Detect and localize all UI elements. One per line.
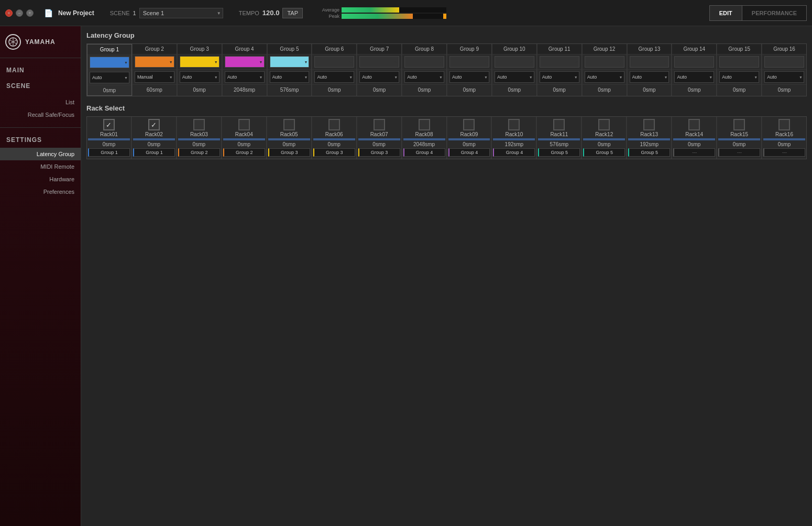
rack-group-badge-Rack10[interactable]: Group 4 bbox=[493, 148, 535, 157]
rack-group-badge-Rack13[interactable]: Group 5 bbox=[628, 148, 670, 157]
color-select-10[interactable] bbox=[495, 56, 534, 68]
edit-button[interactable]: EDIT bbox=[710, 6, 742, 20]
latency-group-col-11[interactable]: Group 11Auto0smp bbox=[537, 44, 582, 96]
maximize-button[interactable]: + bbox=[26, 9, 34, 17]
color-select-16[interactable] bbox=[764, 56, 804, 68]
latency-group-col-12[interactable]: Group 12Auto0smp bbox=[583, 44, 627, 96]
rack-group-badge-Rack02[interactable]: Group 1 bbox=[133, 148, 175, 157]
mode-select-2[interactable]: Manual bbox=[135, 71, 174, 83]
mode-select-7[interactable]: Auto bbox=[359, 71, 399, 83]
latency-group-col-1[interactable]: Group 1Auto0smp bbox=[87, 44, 132, 96]
color-select-4[interactable] bbox=[225, 56, 265, 68]
rack-group-badge-Rack04[interactable]: Group 2 bbox=[223, 148, 265, 157]
color-select-13[interactable] bbox=[630, 56, 670, 68]
rack-checkbox-Rack13[interactable] bbox=[643, 119, 655, 130]
rack-group-badge-Rack06[interactable]: Group 3 bbox=[313, 148, 355, 157]
sidebar-item-hardware[interactable]: Hardware bbox=[0, 173, 81, 185]
rack-checkbox-Rack12[interactable] bbox=[598, 119, 610, 130]
sidebar-item-main[interactable]: MAIN bbox=[0, 62, 81, 78]
color-select-1[interactable] bbox=[90, 57, 129, 68]
mode-select-11[interactable]: Auto bbox=[540, 71, 579, 83]
rack-checkbox-Rack01[interactable]: ✓ bbox=[103, 119, 115, 130]
minimize-button[interactable]: − bbox=[16, 9, 23, 17]
rack-checkbox-Rack08[interactable] bbox=[419, 119, 430, 130]
mode-select-1[interactable]: Auto bbox=[90, 72, 129, 83]
latency-group-col-5[interactable]: Group 5Auto576smp bbox=[268, 44, 312, 96]
latency-group-col-13[interactable]: Group 13Auto0smp bbox=[628, 44, 672, 96]
color-select-9[interactable] bbox=[449, 56, 489, 68]
rack-group-badge-Rack14[interactable]: --- bbox=[673, 148, 715, 157]
sidebar-item-recall[interactable]: Recall Safe/Focus bbox=[0, 108, 81, 121]
rack-checkbox-Rack16[interactable] bbox=[778, 119, 790, 130]
color-select-8[interactable] bbox=[404, 56, 444, 68]
rack-checkbox-Rack15[interactable] bbox=[733, 119, 745, 130]
sidebar-item-list[interactable]: List bbox=[0, 96, 81, 108]
mode-select-6[interactable]: Auto bbox=[314, 71, 354, 83]
latency-group-col-2[interactable]: Group 2Manual60smp bbox=[133, 44, 177, 96]
mode-select-4[interactable]: Auto bbox=[225, 71, 265, 83]
rack-checkbox-Rack14[interactable] bbox=[688, 119, 700, 130]
rack-group-badge-Rack12[interactable]: Group 5 bbox=[583, 148, 625, 157]
rack-smp-Rack06: 0smp bbox=[327, 141, 340, 147]
rack-group-badge-Rack09[interactable]: Group 4 bbox=[448, 148, 490, 157]
performance-button[interactable]: PERFORMANCE bbox=[742, 6, 806, 20]
rack-checkbox-Rack02[interactable]: ✓ bbox=[148, 119, 160, 130]
rack-group-badge-Rack07[interactable]: Group 3 bbox=[358, 148, 400, 157]
latency-group-col-9[interactable]: Group 9Auto0smp bbox=[447, 44, 492, 96]
rack-checkbox-Rack09[interactable] bbox=[463, 119, 475, 130]
scene-section: SCENE 1 Scene 1 bbox=[110, 8, 223, 18]
rack-group-badge-Rack05[interactable]: Group 3 bbox=[268, 148, 310, 157]
sidebar-item-latency-group[interactable]: Latency Group bbox=[0, 148, 81, 160]
sidebar-item-scene[interactable]: SCENE bbox=[0, 78, 81, 94]
tap-button[interactable]: TAP bbox=[282, 8, 303, 18]
latency-group-col-14[interactable]: Group 14Auto0smp bbox=[672, 44, 717, 96]
mode-select-15[interactable]: Auto bbox=[719, 71, 759, 83]
rack-group-badge-Rack03[interactable]: Group 2 bbox=[178, 148, 220, 157]
rack-group-badge-Rack15[interactable]: --- bbox=[718, 148, 760, 157]
close-button[interactable]: × bbox=[5, 9, 13, 17]
rack-checkbox-Rack10[interactable] bbox=[508, 119, 520, 130]
latency-group-col-3[interactable]: Group 3Auto0smp bbox=[178, 44, 222, 96]
rack-group-badge-Rack01[interactable]: Group 1 bbox=[88, 148, 130, 157]
mode-select-14[interactable]: Auto bbox=[674, 71, 714, 83]
latency-group-col-8[interactable]: Group 8Auto0smp bbox=[402, 44, 447, 96]
color-select-3[interactable] bbox=[180, 56, 220, 68]
latency-group-col-16[interactable]: Group 16Auto0smp bbox=[762, 44, 806, 96]
color-select-15[interactable] bbox=[719, 56, 759, 68]
mode-select-16[interactable]: Auto bbox=[764, 71, 804, 83]
latency-group-col-7[interactable]: Group 7Auto0smp bbox=[357, 44, 402, 96]
mode-select-13[interactable]: Auto bbox=[630, 71, 670, 83]
rack-checkbox-Rack04[interactable] bbox=[238, 119, 250, 130]
color-select-2[interactable] bbox=[135, 56, 174, 68]
rack-checkbox-Rack11[interactable] bbox=[553, 119, 565, 130]
sidebar-item-preferences[interactable]: Preferences bbox=[0, 185, 81, 198]
rack-smp-Rack09: 0smp bbox=[463, 141, 475, 147]
rack-checkbox-Rack05[interactable] bbox=[283, 119, 295, 130]
rack-group-badge-Rack11[interactable]: Group 5 bbox=[538, 148, 580, 157]
rack-checkbox-Rack06[interactable] bbox=[328, 119, 340, 130]
rack-group-badge-Rack08[interactable]: Group 4 bbox=[403, 148, 445, 157]
rack-checkbox-Rack03[interactable] bbox=[193, 119, 205, 130]
mode-select-12[interactable]: Auto bbox=[585, 71, 624, 83]
latency-group-col-6[interactable]: Group 6Auto0smp bbox=[312, 44, 357, 96]
scene-select[interactable]: Scene 1 bbox=[139, 8, 223, 18]
peak-meter-row: Peak bbox=[319, 14, 446, 19]
latency-group-smp-11: 0smp bbox=[537, 85, 581, 95]
rack-group-badge-Rack16[interactable]: --- bbox=[763, 148, 805, 157]
color-select-6[interactable] bbox=[314, 56, 354, 68]
mode-select-5[interactable]: Auto bbox=[270, 71, 310, 83]
color-select-7[interactable] bbox=[359, 56, 399, 68]
sidebar-item-midi-remote[interactable]: MIDI Remote bbox=[0, 160, 81, 173]
mode-select-3[interactable]: Auto bbox=[180, 71, 220, 83]
rack-checkbox-Rack07[interactable] bbox=[374, 119, 385, 130]
latency-group-col-10[interactable]: Group 10Auto0smp bbox=[492, 44, 537, 96]
mode-select-9[interactable]: Auto bbox=[449, 71, 489, 83]
mode-select-8[interactable]: Auto bbox=[404, 71, 444, 83]
latency-group-col-4[interactable]: Group 4Auto2048smp bbox=[223, 44, 267, 96]
latency-group-col-15[interactable]: Group 15Auto0smp bbox=[717, 44, 762, 96]
mode-select-10[interactable]: Auto bbox=[495, 71, 534, 83]
color-select-12[interactable] bbox=[585, 56, 624, 68]
color-select-11[interactable] bbox=[540, 56, 579, 68]
color-select-14[interactable] bbox=[674, 56, 714, 68]
color-select-5[interactable] bbox=[270, 56, 310, 68]
